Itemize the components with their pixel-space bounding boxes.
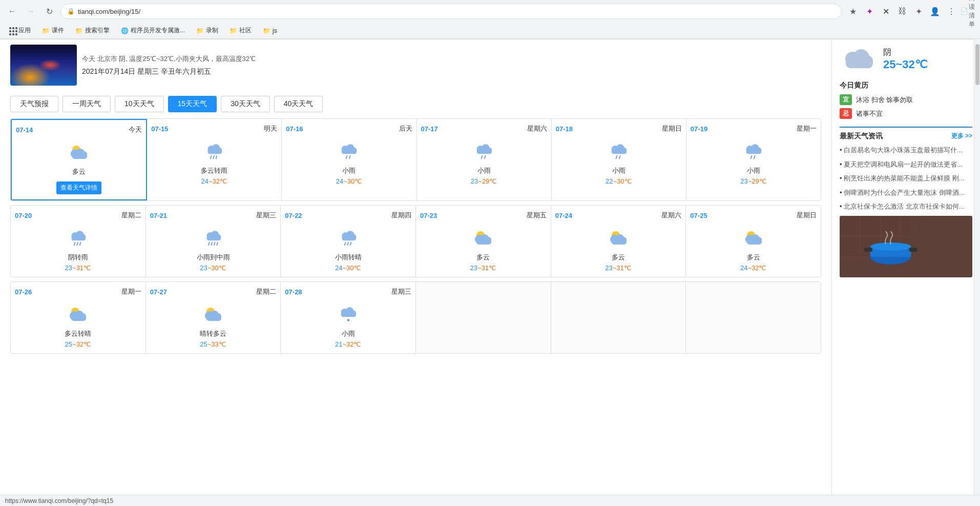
weather-cell-12[interactable]: 07-25 星期日 多云: [686, 206, 821, 277]
bookmark-label: 课件: [52, 26, 64, 35]
cell-condition: 多云: [555, 253, 682, 262]
globe-icon: 🌐: [121, 27, 129, 34]
almanac-bad-badge: 忌: [840, 108, 852, 119]
nav-tabs: 天气预报 一周天气 10天天气 15天天气 30天天气 40天天气: [10, 96, 821, 112]
cell-day: 明天: [264, 124, 277, 133]
bookmark-search[interactable]: 📁 搜索引擎: [71, 25, 114, 36]
bookmark-js[interactable]: 📁 js: [259, 26, 281, 35]
reading-list-button[interactable]: 📄 阅读清单: [961, 4, 975, 18]
scrollbar-thumb[interactable]: [975, 44, 979, 85]
svg-rect-33: [746, 149, 762, 154]
view-detail-button[interactable]: 查看天气详情: [56, 181, 101, 194]
bookmark-keijian[interactable]: 📁 课件: [38, 25, 68, 36]
cell-temp: 23~30℃: [150, 264, 277, 272]
cell-temp: 24~30℃: [285, 264, 411, 272]
svg-line-28: [616, 156, 617, 158]
extension-button3[interactable]: ⛓: [895, 4, 909, 18]
weather-cell-9[interactable]: 07-22 星期四: [281, 206, 416, 277]
weather-cell-10[interactable]: 07-23 星期五 多云: [416, 206, 551, 277]
tab-10day[interactable]: 10天天气: [115, 96, 164, 112]
tab-forecast[interactable]: 天气预报: [10, 96, 58, 112]
svg-line-9: [211, 156, 212, 158]
svg-line-23: [484, 156, 485, 158]
left-content: 今天 北京市 阴, 温度25℃~32℃,小雨夹大风，最高温度32℃ 2021年0…: [0, 39, 831, 506]
extension-button2[interactable]: ✕: [879, 4, 893, 18]
cell-condition: 阴转雨: [15, 253, 141, 262]
weather-cell-8[interactable]: 07-21 星期三: [146, 206, 281, 277]
svg-line-40: [74, 242, 75, 245]
extension-button4[interactable]: ✦: [911, 4, 926, 18]
cell-temp: 23~31℃: [555, 264, 682, 272]
weather-cell-today[interactable]: 07-14 今天 多云: [11, 119, 147, 200]
weather-cell-2[interactable]: 07-15 明天: [147, 119, 282, 200]
profile-button[interactable]: 👤: [928, 4, 942, 18]
extension-button1[interactable]: ✦: [862, 4, 877, 18]
news-item-3[interactable]: 刚烹饪出来的热菜能不能盖上保鲜膜 刚...: [840, 173, 972, 184]
tab-40day[interactable]: 40天天气: [274, 96, 323, 112]
forward-button[interactable]: →: [24, 4, 38, 18]
cell-day: 星期三: [391, 287, 411, 296]
tab-30day[interactable]: 30天天气: [221, 96, 270, 112]
header-desc: 今天 北京市 阴, 温度25℃~32℃,小雨夹大风，最高温度32℃: [82, 54, 821, 65]
cell-date: 07-20: [15, 212, 32, 219]
sidebar-cloud-icon: [840, 45, 875, 73]
svg-line-34: [751, 156, 752, 158]
weather-cell-13[interactable]: 07-26 星期一 多云转晴: [11, 282, 146, 353]
weather-cell-14[interactable]: 07-27 星期二 晴转多云: [146, 282, 281, 353]
svg-line-16: [346, 156, 347, 158]
cell-temp: 23~29℃: [691, 177, 817, 185]
bookmark-label: 社区: [239, 26, 252, 35]
apps-launcher[interactable]: 应用: [5, 25, 35, 36]
weather-cell-15[interactable]: 07-28 星期三 小雨: [281, 282, 416, 353]
weather-cell-5[interactable]: 07-18 星期日: [552, 119, 686, 200]
weather-cell-3[interactable]: 07-16 后天: [282, 119, 416, 200]
weather-cell-11[interactable]: 07-24 星期六 多云: [551, 206, 686, 277]
cell-date: 07-28: [285, 288, 302, 296]
address-bar[interactable]: 🔒 tianqi.com/beijing/15/: [60, 4, 842, 19]
almanac-bad-items: 诸事不宜: [856, 109, 883, 118]
almanac-good-items: 沐浴 扫舍 馀事勿取: [856, 95, 913, 105]
heavy-rain-icon: [200, 224, 226, 250]
news-item-5[interactable]: 北京社保卡怎么激活 北京市社保卡如何...: [840, 201, 972, 212]
cell-date: 07-26: [15, 288, 32, 296]
svg-rect-4: [72, 154, 87, 159]
cell-temp: 23~29℃: [421, 177, 547, 185]
browser-actions: ★ ✦ ✕ ⛓ ✦ 👤 ⋮ 📄 阅读清单: [846, 4, 975, 18]
bookmark-dev[interactable]: 🌐 程序员开发专属激...: [117, 25, 189, 36]
tab-15day[interactable]: 15天天气: [168, 96, 217, 112]
cell-date: 07-14: [16, 126, 33, 134]
news-item-4[interactable]: 倒啤酒时为什么会产生大量泡沫 倒啤酒...: [840, 188, 972, 198]
svg-line-22: [481, 156, 482, 158]
cell-day: 星期五: [527, 211, 547, 220]
weather-cell-7[interactable]: 07-20 星期二: [11, 206, 146, 277]
tab-week[interactable]: 一周天气: [62, 96, 111, 112]
bookmark-community[interactable]: 📁 社区: [225, 25, 256, 36]
menu-button[interactable]: ⋮: [944, 4, 958, 18]
status-url: https://www.tianqi.com/beijing/?qd=tq15: [5, 497, 113, 504]
weather-cell-6[interactable]: 07-19 星期一: [686, 119, 821, 200]
almanac-bad-row: 忌 诸事不宜: [840, 108, 972, 119]
news-item-1[interactable]: 白居易名句大珠小珠落玉盘最初描写什...: [840, 145, 972, 155]
weather-cell-4[interactable]: 07-17 星期六: [417, 119, 552, 200]
cell-day: 星期二: [256, 287, 276, 296]
almanac-title: 今日黄历: [840, 81, 972, 90]
svg-line-17: [349, 156, 350, 158]
bookmark-record[interactable]: 📁 录制: [192, 25, 222, 36]
almanac-good-row: 宜 沐浴 扫舍 馀事勿取: [840, 94, 972, 105]
svg-line-29: [619, 156, 620, 158]
back-button[interactable]: ←: [5, 4, 19, 18]
weather-cell-empty3: [686, 282, 821, 353]
page-content: 今天 北京市 阴, 温度25℃~32℃,小雨夹大风，最高温度32℃ 2021年0…: [0, 39, 980, 506]
reload-button[interactable]: ↻: [42, 4, 56, 18]
star-button[interactable]: ★: [846, 4, 860, 18]
scrollbar[interactable]: [974, 39, 980, 495]
news-more-link[interactable]: 更多 >>: [951, 132, 972, 141]
cell-day: 星期日: [662, 124, 682, 133]
almanac-section: 今日黄历 宜 沐浴 扫舍 馀事勿取 忌 诸事不宜: [840, 81, 972, 119]
rain-cloud-icon: [201, 137, 227, 163]
cell-condition: 小雨: [691, 166, 817, 175]
news-item-2[interactable]: 夏天把空调和电风扇一起开的做法更省...: [840, 159, 972, 170]
cell-day: 星期四: [391, 211, 411, 220]
svg-line-42: [80, 242, 81, 245]
cell-temp: 24~32℃: [151, 177, 277, 185]
